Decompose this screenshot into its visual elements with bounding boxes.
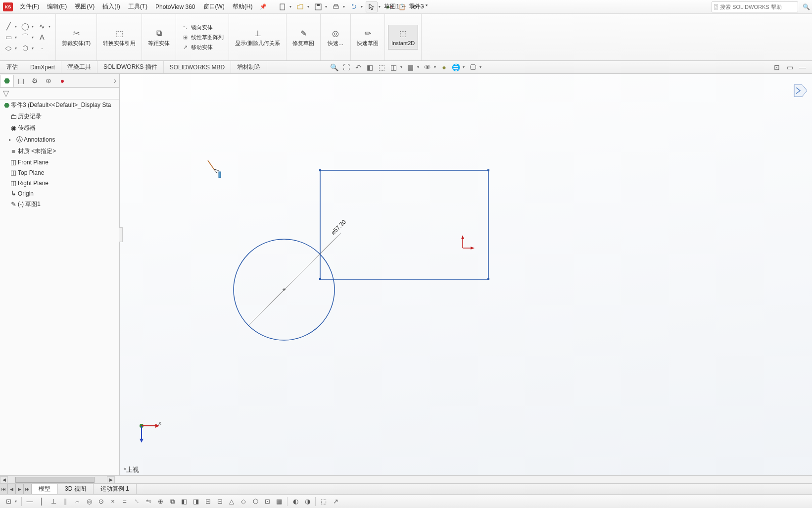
constraint-18[interactable]: ⊟ <box>214 496 225 507</box>
horizontal-constraint[interactable]: — <box>24 496 35 507</box>
minimize-button[interactable]: — <box>797 62 808 73</box>
open-button[interactable] <box>294 1 306 12</box>
last-tab-button[interactable]: ⏭ <box>24 484 32 494</box>
section-button[interactable]: ◧ <box>365 62 376 73</box>
quick-button[interactable]: ◎ 快速… <box>324 25 347 49</box>
panel-collapse-button[interactable]: › <box>114 76 116 85</box>
display-style-button[interactable]: ◫ <box>388 62 399 73</box>
perpendicular-constraint[interactable]: ⊥ <box>48 496 59 507</box>
splitter-handle[interactable] <box>119 227 123 242</box>
tab-model[interactable]: 模型 <box>32 484 58 494</box>
collapse-button[interactable]: ▭ <box>784 62 795 73</box>
dropdown-icon[interactable]: ▾ <box>32 35 36 40</box>
display-tab[interactable]: ⊕ <box>42 75 55 87</box>
dropdown-icon[interactable]: ▾ <box>343 4 347 9</box>
dropdown-icon[interactable]: ▾ <box>379 4 382 9</box>
menu-edit[interactable]: 编辑(E) <box>43 0 71 13</box>
tree-annotations[interactable]: ▸ⒶAnnotations <box>0 134 119 146</box>
text-tool[interactable]: A <box>37 32 48 43</box>
pin-icon[interactable]: 📌 <box>260 3 267 10</box>
constraint-25[interactable]: ◑ <box>302 496 313 507</box>
dropdown-icon[interactable]: ▾ <box>15 24 19 29</box>
convert-button[interactable]: ⬚ 转换实体引用 <box>100 25 139 49</box>
prev-tab-button[interactable]: ◀ <box>8 484 16 494</box>
dropdown-icon[interactable]: ▾ <box>32 24 36 29</box>
menu-window[interactable]: 窗口(W) <box>199 0 229 13</box>
constraint-23[interactable]: ▦ <box>274 496 285 507</box>
exit-sketch-flag[interactable] <box>793 84 808 100</box>
scroll-track[interactable] <box>8 476 107 483</box>
tab-mbd[interactable]: SOLIDWORKS MBD <box>164 61 231 73</box>
new-button[interactable] <box>277 1 288 12</box>
instant2d-button[interactable]: ⬚ Instant2D <box>388 25 418 49</box>
relations-button[interactable]: ⊥ 显示/删除几何关系 <box>232 25 283 49</box>
menu-file[interactable]: 文件(F) <box>16 0 43 13</box>
tree-tab[interactable]: ⬣ <box>0 75 14 87</box>
quicksketch-button[interactable]: ✏ 快速草图 <box>354 25 382 49</box>
constraint-15[interactable]: ◧ <box>179 496 190 507</box>
prev-view-button[interactable]: ↶ <box>353 62 364 73</box>
appearance-tab[interactable]: ● <box>55 75 69 87</box>
vertical-constraint[interactable]: │ <box>36 496 47 507</box>
graphics-area[interactable]: ⌀57.30 X *上视 <box>120 74 812 475</box>
constraint-26[interactable]: ⬚ <box>318 496 329 507</box>
dropdown-icon[interactable]: ▾ <box>479 65 483 69</box>
fix-constraint[interactable]: ⊕ <box>155 496 166 507</box>
pattern-button[interactable]: ⊞线性草图阵列 <box>179 32 226 42</box>
expand-button[interactable]: ⊡ <box>771 62 782 73</box>
constraint-27[interactable]: ↗ <box>330 496 341 507</box>
dropdown-icon[interactable]: ▾ <box>463 65 467 69</box>
tree-front-plane[interactable]: ◫Front Plane <box>0 157 119 167</box>
spline-tool[interactable]: ∿ <box>37 21 48 32</box>
midpoint-constraint[interactable]: × <box>107 496 118 507</box>
dropdown-icon[interactable]: ▾ <box>32 46 36 51</box>
coincident-constraint[interactable]: ⊙ <box>96 496 106 507</box>
expand-icon[interactable]: ▸ <box>9 137 15 142</box>
dropdown-icon[interactable]: ▾ <box>417 65 421 69</box>
constraint-20[interactable]: ◇ <box>238 496 249 507</box>
select-button[interactable] <box>366 1 378 12</box>
rect-tool[interactable]: ▭ <box>3 32 14 43</box>
parallel-constraint[interactable]: ∥ <box>60 496 71 507</box>
dropdown-icon[interactable]: ▾ <box>15 499 19 504</box>
slot-tool[interactable]: ⬭ <box>3 43 14 53</box>
snap-button[interactable]: ⊡ <box>3 496 14 507</box>
constraint-17[interactable]: ⊞ <box>202 496 213 507</box>
search-input[interactable] <box>720 4 789 10</box>
filter-bar[interactable]: ▽ <box>0 88 119 100</box>
scroll-right-button[interactable]: ▶ <box>107 476 115 483</box>
tree-sketch1[interactable]: ✎(-) 草图1 <box>0 199 119 210</box>
print-button[interactable] <box>330 1 342 12</box>
tab-render[interactable]: 渲染工具 <box>61 61 97 73</box>
tab-evaluate[interactable]: 评估 <box>0 61 24 73</box>
dropdown-icon[interactable]: ▾ <box>15 46 19 51</box>
dropdown-icon[interactable]: ▾ <box>325 4 329 9</box>
line-tool[interactable]: ╱ <box>3 21 14 32</box>
tab-dimxpert[interactable]: DimXpert <box>24 61 61 73</box>
config-tab[interactable]: ⚙ <box>28 75 42 87</box>
tree-right-plane[interactable]: ◫Right Plane <box>0 178 119 188</box>
menu-insert[interactable]: 插入(I) <box>98 0 124 13</box>
polygon-tool[interactable]: ⬡ <box>20 43 31 53</box>
constraint-21[interactable]: ⬡ <box>250 496 261 507</box>
tree-origin[interactable]: ↳Origin <box>0 188 119 199</box>
collinear-constraint[interactable]: ⟍ <box>131 496 142 507</box>
menu-photoview[interactable]: PhotoView 360 <box>151 0 199 13</box>
dropdown-icon[interactable]: ▾ <box>434 65 438 69</box>
next-tab-button[interactable]: ▶ <box>16 484 24 494</box>
constraint-22[interactable]: ⊡ <box>262 496 273 507</box>
dropdown-icon[interactable]: ▾ <box>307 4 311 9</box>
property-tab[interactable]: ▤ <box>14 75 28 87</box>
tree-history[interactable]: 🗀历史记录 <box>0 111 119 122</box>
tab-3dview[interactable]: 3D 视图 <box>58 484 94 494</box>
scroll-left-button[interactable]: ◀ <box>0 476 8 483</box>
equal-constraint[interactable]: = <box>119 496 130 507</box>
view-orient-button[interactable]: ⬚ <box>377 62 387 73</box>
constraint-16[interactable]: ◨ <box>191 496 201 507</box>
scene-button[interactable]: 🌐 <box>451 62 462 73</box>
tab-additive[interactable]: 增材制造 <box>231 61 267 73</box>
tangent-constraint[interactable]: ⌢ <box>72 496 83 507</box>
monitor-button[interactable]: 🖵 <box>468 62 478 73</box>
first-tab-button[interactable]: ⏮ <box>0 484 8 494</box>
repair-button[interactable]: ✎ 修复草图 <box>289 25 317 49</box>
